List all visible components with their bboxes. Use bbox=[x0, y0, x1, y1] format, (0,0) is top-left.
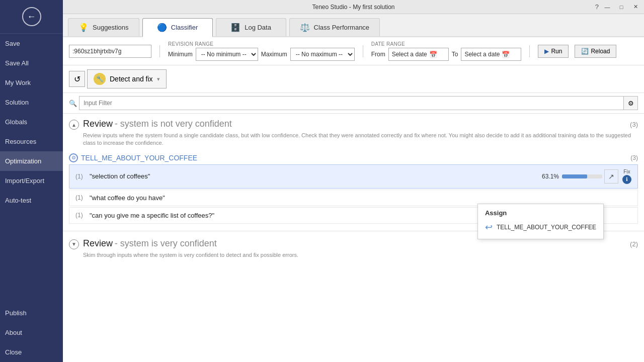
sidebar-back[interactable]: ← bbox=[0, 0, 63, 34]
separator-3 bbox=[529, 45, 530, 57]
class-icon-coffee: ⚙ bbox=[69, 153, 78, 162]
filter-icon: 🔍 bbox=[69, 100, 77, 107]
tab-suggestions[interactable]: 💡 Suggestions bbox=[68, 18, 139, 36]
confidence-bar-0 bbox=[562, 174, 602, 178]
date-range-label: Date Range bbox=[371, 41, 522, 47]
review-toggle-high[interactable]: ▼ bbox=[69, 239, 79, 249]
confidence-fill-0 bbox=[562, 174, 587, 178]
main-area: Teneo Studio - My first solution ? — □ ✕… bbox=[63, 0, 644, 362]
action-bar: ↺ 🔧 Detect and fix ▾ bbox=[63, 65, 644, 93]
detect-fix-button[interactable]: 🔧 Detect and fix ▾ bbox=[87, 69, 167, 88]
fix-button-0[interactable]: Fix ℹ bbox=[622, 169, 631, 184]
sidebar-item-save[interactable]: Save bbox=[0, 34, 63, 53]
to-date-text: Select a date bbox=[464, 51, 500, 58]
class-name-coffee: TELL_ME_ABOUT_YOUR_COFFEE bbox=[81, 154, 197, 162]
from-date-input[interactable]: Select a date 📅 bbox=[388, 48, 449, 61]
review-title-low: Review - system is not very confident bbox=[83, 119, 232, 129]
assign-class-name: TELL_ME_ABOUT_YOUR_COFFEE bbox=[497, 224, 596, 231]
review-count-high: (2) bbox=[630, 238, 638, 248]
review-desc-high: Skim through inputs where the system is … bbox=[63, 251, 644, 263]
sidebar-item-globals[interactable]: Globals bbox=[0, 112, 63, 132]
revision-range-label: Revision Range bbox=[168, 41, 355, 47]
reload-button[interactable]: 🔄 Reload bbox=[575, 45, 616, 58]
classifier-icon: 🔵 bbox=[157, 23, 167, 32]
app-title: Teneo Studio - My first solution bbox=[312, 4, 394, 11]
run-label: Run bbox=[551, 48, 562, 55]
log-data-icon: 🗄️ bbox=[230, 23, 240, 32]
review-desc-low: Review inputs where the system found a s… bbox=[63, 132, 644, 151]
tab-class-performance[interactable]: ⚖️ Class Performance bbox=[289, 18, 380, 36]
titlebar-controls: — □ ✕ bbox=[601, 2, 642, 12]
tab-classifier[interactable]: 🔵 Classifier bbox=[142, 18, 213, 37]
review-subtitle-low: - system is not very confident bbox=[115, 119, 232, 129]
assign-item[interactable]: ↩ TELL_ME_ABOUT_YOUR_COFFEE bbox=[485, 221, 596, 234]
sidebar-item-import-export[interactable]: Import/Export bbox=[0, 171, 63, 191]
row-num-1: (1) bbox=[75, 194, 86, 201]
tab-suggestions-label: Suggestions bbox=[93, 24, 129, 31]
data-row-0[interactable]: (1) "selection of coffees" 63.1% ↗ Fix ℹ bbox=[69, 164, 638, 189]
calendar-icon-to: 📅 bbox=[502, 51, 510, 58]
date-range-row: From Select a date 📅 To Select a date 📅 bbox=[371, 48, 522, 61]
sidebar-item-close[interactable]: Close bbox=[0, 342, 63, 362]
review-header-low[interactable]: ▲ Review - system is not very confident … bbox=[63, 114, 644, 132]
sidebar-item-solution[interactable]: Solution bbox=[0, 93, 63, 112]
reload-label: Reload bbox=[591, 48, 610, 55]
sidebar-item-resources[interactable]: Resources bbox=[0, 132, 63, 151]
tab-log-data-label: Log Data bbox=[245, 24, 271, 31]
minimize-button[interactable]: — bbox=[601, 2, 614, 12]
fix-circle: ℹ bbox=[622, 175, 631, 184]
help-button[interactable]: ? bbox=[595, 3, 599, 11]
sidebar-item-save-all[interactable]: Save All bbox=[0, 53, 63, 73]
sidebar-item-publish[interactable]: Publish bbox=[0, 303, 63, 323]
assign-popup-title: Assign bbox=[485, 209, 596, 217]
sidebar-item-optimization[interactable]: Optimization bbox=[0, 151, 63, 171]
confidence-pct-0: 63.1% bbox=[540, 173, 559, 180]
review-title-high: Review - system is very confident bbox=[83, 238, 217, 249]
row-num-0: (1) bbox=[75, 173, 86, 180]
date-range-group: Date Range From Select a date 📅 To Selec… bbox=[371, 41, 522, 61]
to-date-input[interactable]: Select a date 📅 bbox=[461, 48, 521, 61]
separator-1 bbox=[159, 45, 160, 57]
run-button[interactable]: ▶ Run bbox=[538, 45, 569, 58]
filter-bar: 🔍 ⚙ bbox=[63, 93, 644, 114]
detect-dropdown-icon: ▾ bbox=[157, 76, 160, 82]
from-date-text: Select a date bbox=[392, 51, 427, 58]
sidebar: ← Save Save All My Work Solution Globals… bbox=[0, 0, 63, 362]
class-count-coffee: (3) bbox=[630, 154, 638, 161]
tab-log-data[interactable]: 🗄️ Log Data bbox=[216, 18, 286, 36]
revision-version-input[interactable] bbox=[69, 45, 151, 58]
titlebar: Teneo Studio - My first solution ? — □ ✕ bbox=[63, 0, 644, 14]
content-area: ↺ 🔧 Detect and fix ▾ 🔍 ⚙ ▲ Review - syst… bbox=[63, 65, 644, 362]
minimum-select[interactable]: -- No minimum -- bbox=[196, 48, 258, 61]
back-button[interactable]: ← bbox=[22, 7, 41, 26]
assign-arrow-icon: ↩ bbox=[485, 222, 493, 233]
review-title-text-high: Review bbox=[83, 238, 113, 248]
review-toggle-low[interactable]: ▲ bbox=[69, 120, 79, 130]
tab-classifier-label: Classifier bbox=[171, 24, 198, 31]
sidebar-item-my-work[interactable]: My Work bbox=[0, 73, 63, 93]
share-button-0[interactable]: ↗ bbox=[604, 169, 618, 184]
review-title-text-low: Review bbox=[83, 119, 113, 129]
reload-icon: 🔄 bbox=[581, 48, 589, 55]
sidebar-item-auto-test[interactable]: Auto-test bbox=[0, 191, 63, 210]
tab-class-performance-label: Class Performance bbox=[314, 24, 370, 31]
maximum-label: Maximum bbox=[261, 51, 287, 58]
sidebar-item-about[interactable]: About bbox=[0, 323, 63, 342]
review-count-low: (3) bbox=[630, 119, 638, 128]
review-subtitle-high: - system is very confident bbox=[115, 238, 217, 248]
back-nav-button[interactable]: ↺ bbox=[69, 71, 85, 87]
class-performance-icon: ⚖️ bbox=[300, 23, 310, 32]
maximum-select[interactable]: -- No maximum -- bbox=[290, 48, 355, 61]
detect-icon: 🔧 bbox=[94, 73, 106, 85]
maximize-button[interactable]: □ bbox=[615, 2, 628, 12]
assign-popup: Assign ↩ TELL_ME_ABOUT_YOUR_COFFEE bbox=[477, 204, 604, 239]
row-text-0: "selection of coffees" bbox=[90, 172, 540, 180]
class-header-coffee: ⚙ TELL_ME_ABOUT_YOUR_COFFEE (3) bbox=[69, 153, 638, 162]
close-button[interactable]: ✕ bbox=[629, 2, 642, 12]
minimum-label: Minimum bbox=[168, 51, 193, 58]
row-text-1: "what coffee do you have" bbox=[90, 194, 631, 202]
filter-input[interactable] bbox=[79, 96, 624, 110]
revision-range-group: Revision Range Minimum -- No minimum -- … bbox=[168, 41, 355, 61]
suggestions-icon: 💡 bbox=[78, 23, 89, 32]
filter-settings-button[interactable]: ⚙ bbox=[624, 96, 638, 110]
